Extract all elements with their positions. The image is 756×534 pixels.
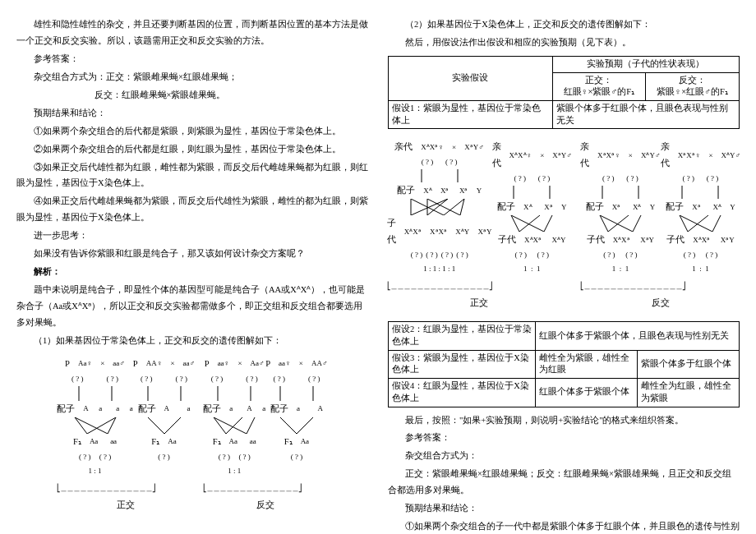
para: ①如果两个杂交组合的后代都是紫眼，则紫眼为显性，基因位于常染色体上。 [16,123,368,140]
svg-line-2 [75,417,87,434]
svg-line-39 [600,215,633,232]
svg-line-8 [148,417,164,434]
svg-line-46 [688,215,708,232]
svg-line-34 [519,215,540,232]
autosomal-cross-diagram: PAa♀×aa♂ ( ? )( ? ) 配子A a a a F₁Aa aa ( … [16,351,368,518]
svg-line-33 [511,215,544,232]
xlinked-cross-diagram: 亲代XᴬXᵃ♀×XᵃY♂ ( ? ) ( ? ) 配子Xᴬ Xᵃ Xᵃ Y 子代… [388,134,740,316]
svg-line-25 [427,199,460,215]
para: 题中未说明是纯合子，即显性个体的基因型可能是纯合子（AA或XᴬXᴬ），也可能是杂… [16,282,368,331]
svg-line-41 [633,215,641,232]
para: 进一步思考： [16,228,368,244]
para: 如果没有告诉你紫眼和红眼是纯合子，那又该如何设计杂交方案呢？ [16,246,368,262]
para: 正交：紫眼雌果蝇×红眼雄果蝇；反交：红眼雌果蝇×紫眼雄果蝇，且正交和反交组合都选… [388,466,740,499]
right-column: （2）如果基因位于X染色体上，正交和反交的遗传图解如下： 然后，用假设法作出假设… [388,16,740,534]
para: 参考答案： [16,51,368,67]
para: 杂交组合方式为：正交：紫眼雌果蝇×红眼雄果蝇； [16,69,368,85]
svg-line-19 [297,417,313,434]
svg-line-47 [712,215,721,232]
para: 预期结果和结论： [16,105,368,122]
caption-zhengjiao: 正交 [57,497,195,513]
table-row: 假设1：紫眼为显性，基因位于常染色体上 紫眼个体多于红眼个体，且眼色表现与性别无… [389,100,740,128]
para: 反交：红眼雌果蝇×紫眼雄果蝇。 [16,87,368,104]
para: （2）如果基因位于X染色体上，正交和反交的遗传图解如下： [388,16,740,33]
svg-line-35 [544,215,552,232]
th-expectation: 实验预期（子代的性状表现） [552,56,740,72]
svg-line-18 [280,417,297,434]
svg-line-12 [214,417,226,434]
svg-line-45 [680,215,712,232]
para: 参考答案： [388,430,740,446]
para: ①如果两个杂交组合的子一代中都是紫眼个体多于红眼个体，并且眼色的遗传与性别无关，… [388,518,740,534]
para: ④如果正交后代雌雄果蝇都为紫眼，而反交后代雄性为紫眼，雌性的都为红眼，则紫眼为显… [16,193,368,226]
table-row: 假设2：红眼为显性，基因位于常染色体上 红眼个体多于紫眼个体，且眼色表现与性别无… [389,322,740,350]
para: 最后，按照："如果+实验预期，则说明+实验结论"的格式来组织答案。 [388,412,740,429]
th-zhengjiao: 正交：红眼♀×紫眼♂的F₁ [552,72,646,100]
svg-line-14 [247,417,255,434]
para: ③如果正交后代雄性都为红眼，雌性都为紫眼，而反交后代雌雄果蝇都为红眼，则红眼为显… [16,159,368,192]
heading-analysis: 解析： [16,264,368,280]
caption-fanjiao: 反交 [203,497,327,513]
para: 然后，用假设法作出假设和相应的实验预期（见下表）。 [388,35,740,51]
svg-line-40 [608,215,629,232]
th-fanjiao: 反交：紫眼♀×红眼♂的F₁ [646,72,740,100]
table-row: 假设3：紫眼为显性，基因位于X染色体上 雌性全为紫眼，雄性全为红眼 紫眼个体多于… [389,350,740,378]
para: 杂交组合方式为： [388,448,740,464]
svg-line-13 [226,417,242,434]
para: 雄性和隐性雄性的杂交，并且还要判断基因的位置，而判断基因位置的基本方法是做一个正… [16,16,368,49]
svg-line-27 [427,199,448,215]
svg-line-15 [214,417,247,434]
th-hypothesis: 实验假设 [389,56,553,100]
para: 预期结果和结论： [388,500,740,517]
svg-line-9 [164,417,181,434]
table-row: 假设4：红眼为显性，基因位于X染色体上 红眼个体多于紫眼个体 雌性全为红眼，雄性… [389,379,740,407]
para: ②如果两个杂交组合的后代都是红眼，则红眼为显性，基因位于常染色体上。 [16,141,368,158]
left-column: 雄性和隐性雄性的杂交，并且还要判断基因的位置，而判断基因位置的基本方法是做一个正… [16,16,368,534]
para: （1）如果基因位于常染色体上，正交和反交的遗传图解如下： [16,333,368,349]
hypothesis-table-1: 实验假设 实验预期（子代的性状表现） 正交：红眼♀×紫眼♂的F₁ 反交：紫眼♀×… [388,56,740,129]
hypothesis-table-2: 假设2：红眼为显性，基因位于常染色体上 红眼个体多于紫眼个体，且眼色表现与性别无… [388,321,740,407]
